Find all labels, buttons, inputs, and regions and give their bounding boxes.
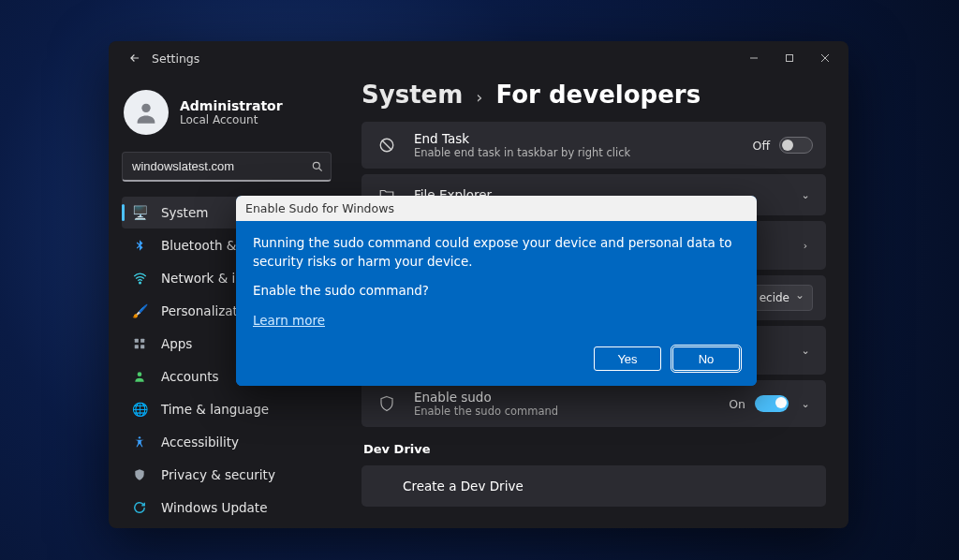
section-dev-drive: Dev Drive [363,442,826,456]
chevron-down-icon[interactable]: ⌄ [798,396,813,411]
dialog-body-text-2: Enable the sudo command? [253,282,740,301]
yes-button[interactable]: Yes [594,346,661,371]
dropdown-decide[interactable]: ecide [749,285,813,311]
svg-line-4 [319,169,322,171]
sidebar-item-accessibility[interactable]: Accessibility [122,426,332,458]
chevron-right-icon[interactable]: › [798,238,813,253]
breadcrumb-current: For developers [496,81,701,109]
card-create-dev-drive[interactable]: Create a Dev Drive [361,465,826,507]
breadcrumb: System › For developers [361,81,826,109]
card-subtitle: Enable the sudo command [414,405,714,418]
maximize-button[interactable] [772,45,807,71]
chevron-down-icon[interactable]: ⌄ [798,187,813,202]
toggle-state: On [729,397,745,411]
svg-rect-6 [135,339,139,343]
svg-rect-9 [140,345,144,348]
svg-point-3 [313,162,319,169]
accessibility-icon [131,434,148,450]
card-enable-sudo[interactable]: Enable sudo Enable the sudo command On ⌄ [361,380,826,427]
account-name: Administrator [180,98,283,113]
dialog-enable-sudo: Enable Sudo for Windows Running the sudo… [236,196,757,386]
minimize-button[interactable] [736,45,772,71]
prohibit-icon [375,137,399,154]
sidebar-item-label: Apps [161,336,192,351]
breadcrumb-parent[interactable]: System [361,81,463,109]
sidebar-item-label: Windows Update [161,500,267,515]
person-icon [133,99,159,125]
sidebar-item-windows-update[interactable]: Windows Update [122,492,332,523]
svg-point-11 [139,436,140,438]
toggle-end-task[interactable] [779,137,813,154]
svg-rect-7 [140,339,144,343]
dialog-body-text-1: Running the sudo command could expose yo… [253,234,740,271]
svg-line-13 [382,140,392,151]
sidebar-item-label: Privacy & security [161,467,275,482]
svg-point-2 [141,104,150,112]
wifi-icon [131,270,148,287]
chevron-right-icon: › [476,87,482,107]
account-type: Local Account [180,113,283,126]
card-title: Enable sudo [414,390,714,405]
sidebar-item-time-language[interactable]: 🌐 Time & language [122,393,332,425]
shield-icon [375,395,399,412]
toggle-state: Off [753,139,770,153]
card-end-task[interactable]: End Task Enable end task in taskbar by r… [361,122,826,169]
no-button[interactable]: No [672,346,740,371]
sidebar-item-label: System [161,205,208,220]
bluetooth-icon [131,237,148,254]
sidebar-item-label: Time & language [161,402,269,417]
search-icon[interactable] [311,160,324,173]
window-title: Settings [152,52,199,66]
close-button[interactable] [807,45,843,71]
chevron-down-icon[interactable]: ⌄ [798,343,813,358]
arrow-left-icon [128,52,141,65]
search-input[interactable] [122,152,332,182]
apps-icon [131,335,148,352]
titlebar: Settings [109,41,848,75]
toggle-enable-sudo[interactable] [755,395,789,412]
account-block[interactable]: Administrator Local Account [122,90,332,135]
sidebar-item-privacy[interactable]: Privacy & security [122,459,332,491]
learn-more-link[interactable]: Learn more [253,313,325,328]
search-box [122,152,332,182]
svg-point-5 [139,282,140,284]
avatar [124,90,169,135]
svg-rect-1 [787,55,793,62]
back-button[interactable] [122,52,148,65]
person-icon [131,368,148,385]
svg-point-10 [138,372,142,376]
card-title: End Task [414,131,738,146]
brush-icon: 🖌️ [131,302,148,319]
svg-rect-8 [135,345,139,348]
card-subtitle: Enable end task in taskbar by right clic… [414,146,738,159]
shield-icon [131,466,148,483]
sidebar-item-label: Accounts [161,369,219,384]
update-icon [131,499,148,516]
globe-clock-icon: 🌐 [131,401,148,418]
display-icon: 🖥️ [131,204,148,221]
dialog-title: Enable Sudo for Windows [236,196,757,221]
sidebar-item-label: Accessibility [161,435,239,449]
card-title: Create a Dev Drive [403,479,813,494]
